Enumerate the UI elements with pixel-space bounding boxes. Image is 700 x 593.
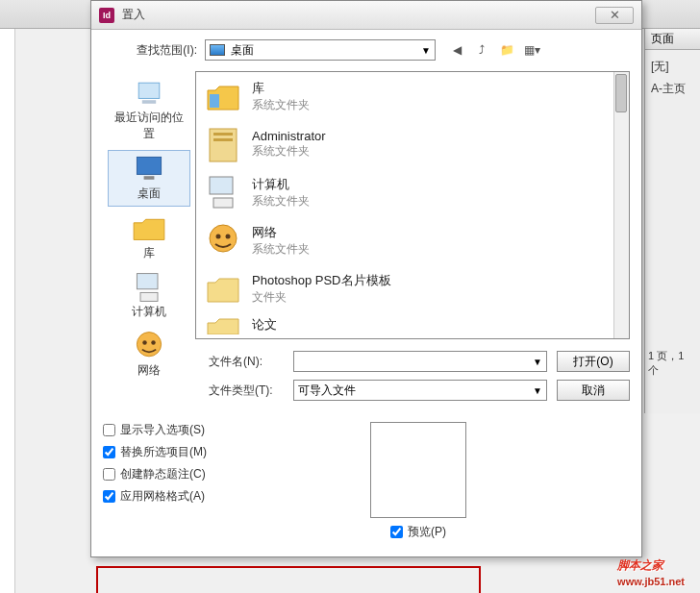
libraries-icon bbox=[204, 77, 242, 115]
up-icon[interactable]: ⤴ bbox=[472, 40, 491, 60]
svg-rect-14 bbox=[213, 198, 233, 208]
svg-rect-2 bbox=[137, 157, 161, 174]
chevron-down-icon: ▼ bbox=[533, 357, 542, 367]
view-menu-icon[interactable]: ▦▾ bbox=[522, 40, 541, 60]
svg-rect-4 bbox=[137, 274, 158, 289]
filetype-label: 文件类型(T): bbox=[209, 383, 284, 399]
desktop-icon bbox=[210, 44, 225, 56]
svg-rect-11 bbox=[213, 133, 233, 136]
svg-point-17 bbox=[226, 235, 231, 239]
dialog-title: 置入 bbox=[122, 7, 595, 23]
list-item[interactable]: 网络系统文件夹 bbox=[196, 216, 629, 264]
list-item[interactable]: Photoshop PSD名片模板文件夹 bbox=[196, 264, 629, 312]
folder-icon bbox=[204, 315, 242, 334]
chevron-down-icon: ▼ bbox=[421, 45, 431, 56]
chevron-down-icon: ▼ bbox=[533, 385, 542, 396]
show-import-options-checkbox[interactable]: 显示导入选项(S) bbox=[103, 422, 207, 438]
panel-tab-pages[interactable]: 页面 bbox=[645, 29, 700, 50]
titlebar: Id 置入 ✕ bbox=[91, 1, 641, 30]
preview-box bbox=[370, 422, 466, 518]
sidebar-item-recent[interactable]: 最近访问的位置 bbox=[108, 75, 190, 146]
filetype-combo[interactable]: 可导入文件▼ bbox=[293, 380, 547, 401]
master-a[interactable]: A-主页 bbox=[651, 78, 694, 100]
watermark: 脚本之家 www.jb51.net bbox=[617, 545, 685, 587]
svg-rect-9 bbox=[210, 94, 219, 108]
place-dialog: Id 置入 ✕ 查找范围(I): 桌面 ▼ ◀ ⤴ 📁 ▦▾ 最近访问的位置 bbox=[90, 0, 642, 557]
svg-rect-0 bbox=[138, 83, 160, 98]
back-icon[interactable]: ◀ bbox=[447, 40, 466, 60]
svg-point-8 bbox=[151, 340, 156, 345]
sidebar-item-computer[interactable]: 计算机 bbox=[108, 269, 190, 324]
new-folder-icon[interactable]: 📁 bbox=[497, 40, 516, 60]
preview-checkbox[interactable]: 预览(P) bbox=[390, 524, 446, 540]
svg-rect-5 bbox=[140, 292, 158, 301]
folder-icon bbox=[204, 269, 242, 308]
document-edge bbox=[96, 566, 481, 593]
svg-rect-12 bbox=[213, 138, 233, 141]
list-item[interactable]: Administrator系统文件夹 bbox=[196, 120, 629, 168]
apply-grid-format-checkbox[interactable]: 应用网格格式(A) bbox=[103, 488, 207, 505]
filename-label: 文件名(N): bbox=[209, 354, 284, 370]
app-icon: Id bbox=[99, 8, 114, 23]
network-icon bbox=[204, 221, 242, 259]
computer-icon bbox=[204, 173, 242, 211]
scrollbar[interactable] bbox=[613, 72, 629, 338]
create-static-caption-checkbox[interactable]: 创建静态题注(C) bbox=[103, 466, 207, 482]
cancel-button[interactable]: 取消 bbox=[557, 380, 630, 401]
list-item[interactable]: 库系统文件夹 bbox=[196, 72, 629, 120]
svg-rect-13 bbox=[210, 177, 233, 194]
open-button[interactable]: 打开(O) bbox=[557, 351, 630, 372]
sidebar-item-libraries[interactable]: 库 bbox=[108, 210, 190, 265]
replace-selected-checkbox[interactable]: 替换所选项目(M) bbox=[103, 444, 207, 460]
file-list[interactable]: 库系统文件夹 Administrator系统文件夹 计算机系统文件夹 网络系统文… bbox=[195, 71, 630, 339]
filename-input[interactable]: ▼ bbox=[293, 351, 547, 372]
svg-point-7 bbox=[142, 340, 147, 345]
places-sidebar: 最近访问的位置 桌面 库 计算机 网络 bbox=[103, 71, 195, 339]
svg-rect-3 bbox=[144, 176, 155, 180]
list-item[interactable]: 论文 bbox=[196, 312, 629, 337]
lookup-label: 查找范围(I): bbox=[112, 42, 197, 59]
master-none[interactable]: [无] bbox=[651, 56, 694, 78]
svg-rect-1 bbox=[142, 100, 156, 104]
lookup-combo[interactable]: 桌面 ▼ bbox=[205, 39, 436, 61]
list-item[interactable]: 计算机系统文件夹 bbox=[196, 168, 629, 216]
user-folder-icon bbox=[204, 125, 242, 163]
pages-status: 1 页，1 个 bbox=[644, 345, 700, 382]
sidebar-item-desktop[interactable]: 桌面 bbox=[108, 150, 190, 207]
close-button[interactable]: ✕ bbox=[595, 7, 634, 24]
svg-point-16 bbox=[216, 235, 221, 239]
